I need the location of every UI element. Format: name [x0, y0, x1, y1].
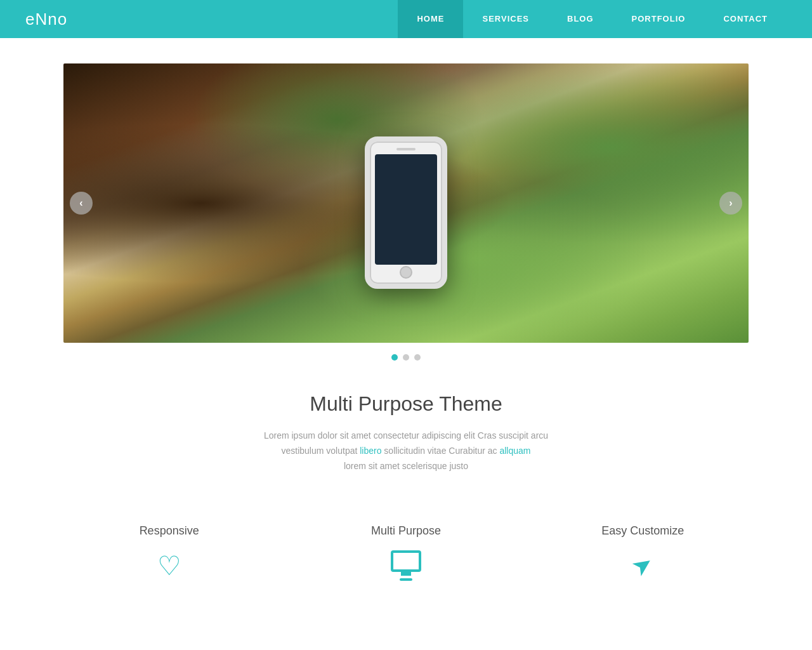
heart-icon [63, 550, 275, 581]
features-section: Responsive Multi Purpose Easy Customize [0, 493, 812, 607]
send-icon-shape [632, 550, 653, 579]
nav-item-blog[interactable]: BLOG [548, 0, 613, 38]
nav-item-home[interactable]: HOME [398, 0, 463, 38]
slider-content [63, 63, 749, 343]
nav-link-blog[interactable]: BLOG [548, 0, 613, 38]
send-icon [537, 550, 749, 579]
main-content: Multi Purpose Theme Lorem ipsum dolor si… [0, 361, 812, 493]
monitor-icon [300, 550, 511, 581]
monitor-screen [391, 550, 421, 572]
desc-line-2: vestibulum volutpat libero sollicitudin … [282, 446, 531, 456]
phone-button [400, 266, 412, 279]
monitor-base [400, 578, 412, 581]
site-logo[interactable]: eNno [25, 10, 398, 29]
feature-easy-customize-title: Easy Customize [537, 524, 749, 538]
feature-multi-purpose: Multi Purpose [287, 512, 524, 594]
feature-responsive: Responsive [51, 512, 287, 594]
hero-slider: ‹ › [63, 63, 749, 343]
nav-item-portfolio[interactable]: PORTFOLIO [613, 0, 705, 38]
slider-dots [63, 354, 749, 361]
nav-link-contact[interactable]: CONTACT [704, 0, 787, 38]
heart-icon-shape [157, 550, 181, 581]
phone-speaker [396, 148, 416, 150]
slider-next-button[interactable]: › [719, 192, 742, 215]
desc-line-3: lorem sit amet scelerisque justo [344, 461, 468, 471]
feature-multi-purpose-title: Multi Purpose [300, 524, 511, 538]
feature-responsive-title: Responsive [63, 524, 275, 538]
nav-link-services[interactable]: SERVICES [463, 0, 548, 38]
monitor-icon-shape [391, 550, 421, 581]
feature-easy-customize: Easy Customize [525, 512, 761, 594]
desc-line-1: Lorem ipsum dolor sit amet consectetur a… [264, 430, 548, 441]
main-description: Lorem ipsum dolor sit amet consectetur a… [216, 428, 596, 474]
phone-illustration [365, 136, 447, 289]
phone-screen [375, 154, 437, 265]
nav-link-home[interactable]: HOME [398, 0, 463, 38]
slider-dot-3[interactable] [414, 354, 421, 361]
navbar: eNno HOME SERVICES BLOG PORTFOLIO CONTAC… [0, 0, 812, 38]
nav-links: HOME SERVICES BLOG PORTFOLIO CONTACT [398, 0, 787, 38]
slider-prev-button[interactable]: ‹ [70, 192, 93, 215]
nav-item-contact[interactable]: CONTACT [704, 0, 787, 38]
nav-item-services[interactable]: SERVICES [463, 0, 548, 38]
nav-link-portfolio[interactable]: PORTFOLIO [613, 0, 705, 38]
slider-dot-2[interactable] [403, 354, 409, 361]
slider-dot-1[interactable] [391, 354, 398, 361]
main-title: Multi Purpose Theme [13, 392, 799, 416]
